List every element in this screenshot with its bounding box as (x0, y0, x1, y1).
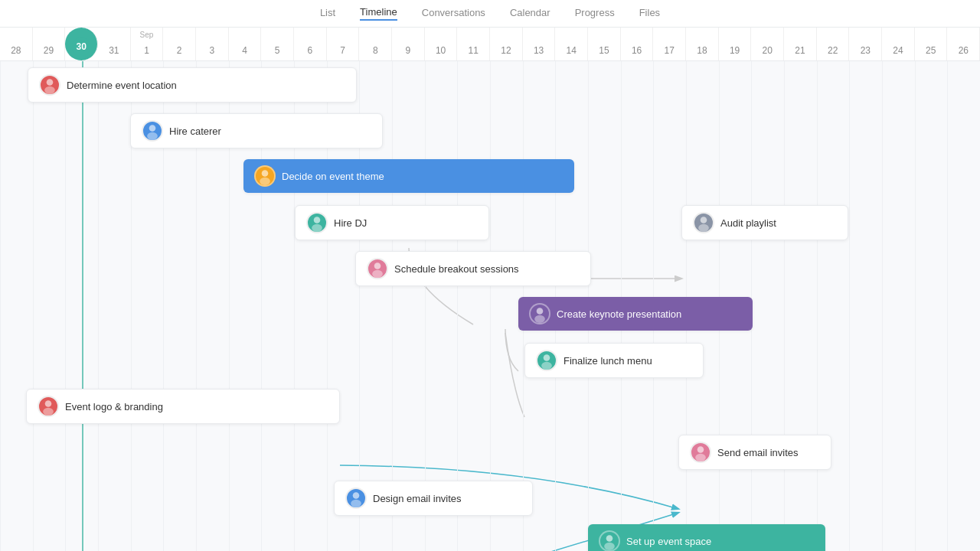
grid-line-24 (784, 61, 785, 551)
task-card-set-up-event-space[interactable]: Set up event space (588, 524, 825, 551)
task-card-hire-caterer[interactable]: Hire caterer (130, 113, 383, 148)
task-label: Set up event space (626, 536, 711, 547)
task-label: Event logo & branding (65, 401, 163, 412)
grid-line-1 (33, 61, 34, 551)
svg-point-19 (697, 446, 704, 453)
grid-line-13 (425, 61, 426, 551)
grid-line-2 (65, 61, 66, 551)
date-cell-31: 31 (98, 28, 131, 60)
avatar (306, 212, 328, 233)
date-cell-12: 12 (490, 28, 523, 60)
date-cell-25: 25 (915, 28, 948, 60)
svg-point-5 (262, 170, 269, 177)
nav-files[interactable]: Files (639, 7, 660, 20)
date-cell-11: 11 (457, 28, 490, 60)
nav-calendar[interactable]: Calendar (510, 7, 550, 20)
task-label: Schedule breakout sessions (394, 263, 519, 275)
avatar (142, 120, 163, 142)
date-cell-19: 19 (719, 28, 752, 60)
svg-point-10 (698, 224, 709, 232)
date-cell-28: 28 (0, 28, 33, 60)
nav-list[interactable]: List (320, 7, 335, 20)
date-cell-22: 22 (817, 28, 850, 60)
date-cell-10: 10 (425, 28, 458, 60)
date-cell-20: 20 (751, 28, 784, 60)
task-card-determine-event-location[interactable]: Determine event location (28, 67, 357, 103)
nav-progress[interactable]: Progress (575, 7, 615, 20)
date-cell-7: 7 (327, 28, 360, 60)
avatar (39, 74, 60, 96)
task-card-hire-dj[interactable]: Hire DJ (295, 205, 489, 240)
task-label: Decide on event theme (282, 171, 384, 182)
svg-point-3 (149, 125, 156, 132)
svg-point-24 (604, 543, 615, 550)
nav-bar: List Timeline Conversations Calendar Pro… (0, 0, 980, 28)
date-cell-6: 6 (294, 28, 327, 60)
task-label: Send email invites (717, 447, 799, 458)
today-line (82, 61, 83, 551)
date-cell-5: 5 (261, 28, 294, 60)
date-cell-9: 9 (392, 28, 425, 60)
svg-point-18 (43, 408, 54, 416)
svg-point-9 (701, 217, 707, 223)
avatar (529, 303, 550, 324)
svg-point-21 (353, 492, 360, 499)
task-label: Design email invites (373, 493, 462, 504)
task-card-schedule-breakout-sessions[interactable]: Schedule breakout sessions (355, 251, 591, 286)
date-cell-18: 18 (686, 28, 719, 60)
avatar (38, 396, 59, 417)
avatar (345, 487, 367, 509)
date-cell-2: 2 (163, 28, 196, 60)
date-cell-4: 4 (229, 28, 262, 60)
date-cell-3: 3 (196, 28, 229, 60)
svg-point-22 (351, 500, 361, 507)
task-label: Finalize lunch menu (564, 355, 652, 367)
svg-point-13 (537, 308, 544, 315)
date-cell-15: 15 (588, 28, 621, 60)
svg-point-7 (314, 217, 321, 223)
date-cell-14: 14 (555, 28, 588, 60)
date-cell-13: 13 (523, 28, 556, 60)
task-card-finalize-lunch-menu[interactable]: Finalize lunch menu (524, 343, 704, 378)
nav-timeline[interactable]: Timeline (360, 6, 397, 21)
svg-point-12 (372, 270, 383, 278)
task-card-send-email-invites[interactable]: Send email invites (678, 435, 831, 470)
avatar (367, 258, 388, 279)
grid-line-26 (849, 61, 850, 551)
svg-point-17 (45, 400, 52, 407)
grid-line-15 (490, 61, 491, 551)
date-cell-30: 30 (65, 28, 98, 60)
date-cell-29: 29 (33, 28, 66, 60)
date-cell-26: 26 (947, 28, 980, 60)
nav-conversations[interactable]: Conversations (422, 7, 485, 20)
grid-line-0 (0, 61, 1, 551)
timeline-canvas: Determine event location Hire caterer De… (0, 61, 980, 551)
svg-point-4 (147, 132, 158, 140)
svg-point-6 (260, 178, 270, 185)
grid-line-29 (947, 61, 948, 551)
svg-point-16 (541, 362, 552, 370)
svg-point-20 (695, 454, 706, 461)
date-cell-21: 21 (784, 28, 817, 60)
task-card-design-email-invites[interactable]: Design email invites (334, 481, 533, 516)
svg-point-8 (312, 224, 322, 232)
avatar (690, 442, 711, 463)
avatar (254, 165, 276, 187)
grid-line-12 (392, 61, 393, 551)
avatar (536, 350, 557, 371)
task-label: Audit playlist (720, 217, 776, 229)
task-card-audit-playlist[interactable]: Audit playlist (681, 205, 848, 240)
svg-point-15 (544, 354, 550, 361)
grid-line-14 (457, 61, 458, 551)
date-cell-8: 8 (359, 28, 392, 60)
task-card-create-keynote-presentation[interactable]: Create keynote presentation (518, 297, 753, 331)
date-cell-1: Sep1 (131, 28, 164, 60)
grid-line-27 (882, 61, 883, 551)
task-card-event-logo-branding[interactable]: Event logo & branding (26, 389, 340, 424)
grid-line-28 (915, 61, 916, 551)
task-label: Determine event location (67, 80, 177, 91)
date-cell-23: 23 (849, 28, 882, 60)
svg-point-14 (534, 315, 545, 323)
task-label: Create keynote presentation (557, 308, 681, 320)
task-card-decide-on-event-theme[interactable]: Decide on event theme (243, 159, 574, 193)
